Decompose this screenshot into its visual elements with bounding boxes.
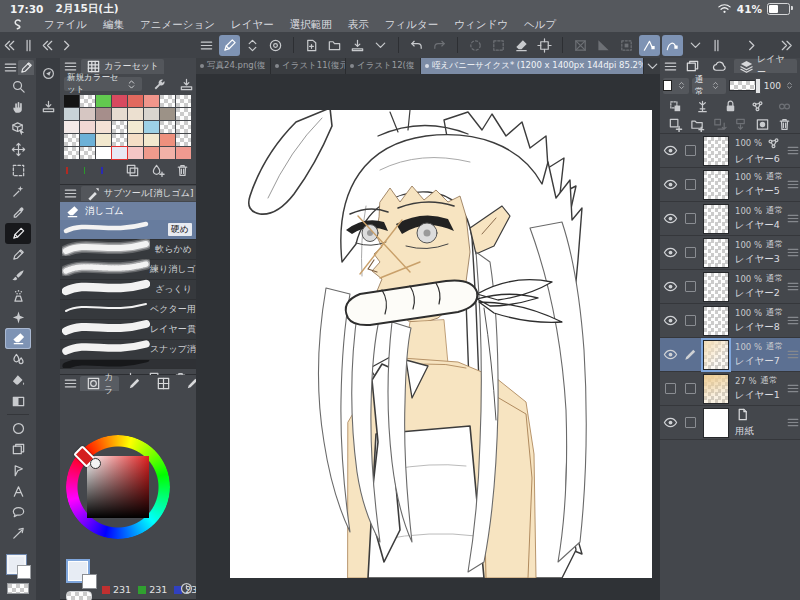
layer-drag-handle[interactable] (786, 245, 800, 260)
add-color-button[interactable] (125, 163, 140, 178)
tool-selection[interactable] (5, 160, 31, 181)
layer-row[interactable]: 100 %通常レイヤー8 (660, 304, 800, 338)
menu-item-4[interactable]: 選択範囲 (282, 18, 340, 32)
crop-to-selection-button[interactable] (534, 35, 555, 56)
tool-text[interactable] (5, 481, 31, 502)
layer-row[interactable]: 100 %通常レイヤー4 (660, 202, 800, 236)
tool-correct-line[interactable] (5, 523, 31, 544)
sub-tool-item[interactable]: ざっくり (60, 280, 196, 300)
color-swatch[interactable] (80, 134, 95, 146)
tool-decoration[interactable] (5, 307, 31, 328)
tool-operation[interactable] (5, 118, 31, 139)
layer-select-checkbox[interactable] (680, 213, 701, 224)
sub-tool-menu-icon[interactable] (63, 186, 78, 201)
color-swatch[interactable] (96, 121, 111, 133)
layer-select-checkbox[interactable] (680, 247, 701, 258)
new-canvas-button[interactable] (301, 35, 322, 56)
tool-pen[interactable] (5, 223, 31, 244)
sub-tool-item[interactable]: レイヤー貫通 (60, 320, 196, 340)
color-swatch[interactable] (96, 95, 111, 107)
blend-mode-select[interactable]: 通常 (692, 78, 726, 94)
canvas-tab-0[interactable]: 写真24.png(復 (196, 58, 271, 74)
color-swatch[interactable] (160, 134, 175, 146)
layer-drag-handle[interactable] (786, 143, 800, 158)
layer-thumbnail[interactable] (703, 170, 729, 200)
layer-visibility-toggle[interactable] (660, 177, 680, 192)
tool-auto-select[interactable] (5, 181, 31, 202)
clip-to-layer-below-button[interactable] (668, 99, 683, 114)
color-swatch[interactable] (160, 95, 175, 107)
tab-sub-tool[interactable]: サブツール[消しゴム] (81, 186, 199, 201)
bar-resize-handle-button[interactable] (706, 35, 727, 56)
layer-drag-handle[interactable] (786, 211, 800, 226)
save-file-button[interactable] (347, 35, 368, 56)
sub-tool-item[interactable]: ベクター用 (60, 300, 196, 320)
sub-tool-item[interactable]: 軟らかめ (60, 240, 196, 260)
layer-drag-handle[interactable] (786, 415, 800, 430)
tool-polyline[interactable] (5, 460, 31, 481)
color-swatch[interactable] (160, 147, 175, 159)
color-swatch[interactable] (144, 134, 159, 146)
layer-visibility-toggle[interactable] (660, 143, 680, 158)
menu-item-5[interactable]: 表示 (340, 18, 377, 32)
color-swatch[interactable] (112, 134, 127, 146)
layer-visibility-toggle[interactable] (660, 347, 680, 362)
color-swatch[interactable] (64, 108, 79, 120)
color-set-preset-select[interactable]: 新規カラーセット (64, 77, 142, 91)
edit-color-set-button[interactable] (152, 77, 167, 92)
menu-item-2[interactable]: アニメーション (132, 18, 223, 32)
layer-thumbnail[interactable] (703, 136, 729, 166)
sub-color-swatch[interactable] (17, 565, 31, 579)
tool-hand[interactable] (5, 97, 31, 118)
recent-color-swatch[interactable] (101, 167, 103, 174)
canvas-tab-list-button[interactable] (644, 58, 660, 74)
layer-visibility-toggle[interactable] (660, 313, 680, 328)
tool-airbrush[interactable] (5, 286, 31, 307)
menu-item-3[interactable]: レイヤー (223, 18, 282, 32)
layer-thumbnail[interactable] (703, 238, 729, 268)
replace-color-button[interactable] (150, 163, 165, 178)
open-file-button[interactable] (324, 35, 345, 56)
enable-mask-button[interactable] (777, 99, 792, 114)
color-swatch[interactable] (144, 108, 159, 120)
tool-blend[interactable] (5, 349, 31, 370)
layer-select-checkbox[interactable] (680, 281, 701, 292)
color-swatch[interactable] (176, 95, 191, 107)
clip-studio-logo-icon[interactable] (8, 18, 26, 32)
menu-item-7[interactable]: ウィンドウ (446, 18, 516, 32)
layer-drag-handle[interactable] (786, 279, 800, 294)
layer-visibility-toggle[interactable] (660, 279, 680, 294)
layer-drag-handle[interactable] (786, 347, 800, 362)
new-layer-folder-button[interactable] (690, 117, 705, 132)
dock-divider-handle-button[interactable] (21, 35, 36, 56)
color-swatch[interactable] (176, 147, 191, 159)
tool-brush[interactable] (5, 265, 31, 286)
tool-palette-menu-icon[interactable] (3, 60, 18, 75)
color-swatch[interactable] (112, 95, 127, 107)
touch-operation-button[interactable] (219, 35, 240, 56)
tab-cloud[interactable] (707, 59, 732, 73)
deselect-button[interactable] (465, 35, 486, 56)
layer-select-checkbox[interactable] (680, 315, 701, 326)
color-swatch[interactable] (80, 147, 95, 159)
import-palette-icon[interactable] (41, 99, 56, 114)
delete-layer-button[interactable] (777, 117, 792, 132)
layer-visibility-toggle[interactable] (660, 211, 680, 226)
tool-fill[interactable] (5, 370, 31, 391)
color-swatch[interactable] (128, 134, 143, 146)
tool-figure[interactable] (5, 418, 31, 439)
opacity-slider[interactable] (729, 80, 761, 91)
color-history-icon[interactable] (179, 581, 194, 596)
layer-drag-handle[interactable] (786, 381, 800, 396)
color-swatch[interactable] (112, 121, 127, 133)
extract-lines-button[interactable] (616, 35, 637, 56)
menu-item-1[interactable]: 編集 (95, 18, 132, 32)
tab-color-set-mini[interactable] (150, 376, 177, 391)
color-swatch[interactable] (128, 108, 143, 120)
layer-row[interactable]: 100 %レイヤー6 (660, 134, 800, 168)
layer-row[interactable]: 100 %通常レイヤー3 (660, 236, 800, 270)
color-swatch[interactable] (96, 108, 111, 120)
tool-pencil[interactable] (5, 244, 31, 265)
color-swatch[interactable] (128, 121, 143, 133)
canvas[interactable] (230, 110, 652, 578)
